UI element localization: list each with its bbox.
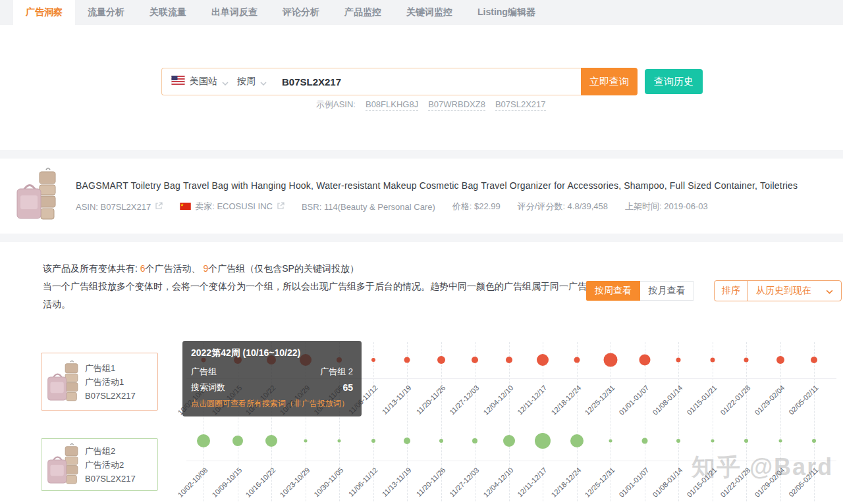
chart-bubble[interactable] [639, 355, 650, 366]
us-flag-icon [171, 76, 185, 88]
chart-bubble[interactable] [232, 436, 243, 446]
chevron-down-icon [222, 77, 229, 88]
product-price: 价格: $22.99 [452, 201, 501, 213]
external-link-icon[interactable] [277, 202, 285, 212]
tooltip-note: 点击圆圈可查看所有搜索词（非广告投放词） [191, 398, 353, 409]
ad-campaign-name: 广告活动1 [85, 375, 136, 389]
chart-bubble[interactable] [710, 358, 715, 363]
search-box: 美国站 按周 [161, 68, 581, 95]
chart-bubble[interactable] [711, 440, 714, 443]
chart-bubble[interactable] [811, 357, 817, 363]
product-listed-date: 上架时间: 2019-06-03 [625, 201, 708, 213]
chart-bubble[interactable] [641, 438, 647, 444]
search-section: 美国站 按周 立即查询 查询历史 示例ASIN: B08FLKHG8J B07W… [0, 25, 843, 150]
watermark: 知乎 @Bard [692, 451, 833, 484]
example-asin-label: 示例ASIN: [316, 99, 356, 111]
asin-input[interactable] [282, 76, 499, 88]
chart-bubble[interactable] [338, 440, 341, 443]
week-label: 11/20-11/26 [414, 384, 447, 416]
chart-bubble[interactable] [472, 438, 477, 443]
cn-flag-icon [180, 202, 191, 212]
chart-bubble[interactable] [265, 435, 277, 447]
chart-bubble[interactable] [812, 439, 816, 443]
ad-trend-chart: 10/02-10/0810/09-10/1510/16-10/2210/23-1… [0, 242, 843, 504]
week-label: 02/05-02/11 [787, 384, 819, 416]
query-button[interactable]: 立即查询 [581, 68, 638, 95]
product-rating: 评分/评分数: 4.8/39,458 [518, 201, 608, 213]
ad-group-name: 广告组1 [85, 361, 136, 375]
tab-traffic-analysis[interactable]: 流量分析 [75, 0, 137, 25]
history-button[interactable]: 查询历史 [645, 69, 703, 94]
chart-bubble[interactable] [506, 357, 512, 363]
period-select[interactable]: 按周 [237, 76, 271, 88]
chart-bubble[interactable] [404, 438, 410, 444]
chart-gridline [407, 342, 408, 501]
ad-group-card-2[interactable]: 广告组2 广告活动2 B07SL2X217 [41, 438, 158, 491]
tab-ad-insight[interactable]: 广告洞察 [13, 0, 75, 25]
tooltip-row-label: 搜索词数 [191, 380, 225, 395]
analysis-section: 该产品及所有变体共有: 6个广告活动、 9个广告组（仅包含SP的关键词投放） 当… [0, 242, 843, 504]
chart-bubble[interactable] [609, 440, 612, 443]
tab-order-word-lookup[interactable]: 出单词反查 [199, 0, 270, 25]
chart-bubble[interactable] [371, 358, 375, 362]
chart-bubble[interactable] [304, 440, 307, 443]
product-section: BAGSMART Toiletry Bag Travel Bag with Ha… [0, 159, 843, 234]
week-label: 11/27-12/03 [448, 384, 480, 416]
example-asin-link-2[interactable]: B07WRBDXZ8 [428, 99, 485, 111]
asin-value: ASIN: B07SL2X217 [76, 202, 151, 212]
chart-bubble[interactable] [371, 439, 375, 443]
chart-gridline [678, 342, 679, 501]
tab-keyword-monitor[interactable]: 关键词监控 [394, 0, 465, 25]
chart-gridline [509, 342, 510, 501]
week-label: 11/20-11/26 [414, 466, 447, 498]
chart-bubble[interactable] [676, 358, 681, 363]
example-asin-link-1[interactable]: B08FLKHG8J [366, 99, 418, 111]
chart-bubble[interactable] [744, 358, 749, 363]
chart-bubble[interactable] [676, 439, 680, 443]
chart-bubble[interactable] [439, 439, 443, 443]
site-select[interactable]: 美国站 [190, 76, 232, 88]
top-nav: 广告洞察 流量分析 关联流量 出单词反查 评论分析 产品监控 关键词监控 Lis… [0, 0, 843, 25]
chart-bubble[interactable] [604, 353, 618, 367]
chart-bubble[interactable] [537, 354, 549, 366]
tab-listing-editor[interactable]: Listing编辑器 [465, 0, 548, 25]
tab-review-analysis[interactable]: 评论分析 [270, 0, 332, 25]
chart-bubble[interactable] [570, 434, 584, 447]
chart-bubble[interactable] [404, 357, 410, 363]
ad-campaign-name: 广告活动2 [85, 458, 136, 472]
tooltip-row-value: 广告组 2 [320, 364, 353, 380]
chart-gridline [373, 342, 374, 501]
section-divider [0, 150, 843, 159]
section-divider [0, 234, 843, 242]
week-label: 11/27-12/03 [448, 466, 480, 498]
product-asin: ASIN: B07SL2X217 [76, 202, 163, 212]
chart-bubble[interactable] [535, 433, 551, 449]
chart-bubble[interactable] [472, 357, 478, 363]
ad-group-card-1[interactable]: 广告组1 广告活动1 B07SL2X217 [41, 353, 158, 411]
tab-product-monitor[interactable]: 产品监控 [332, 0, 394, 25]
week-label: 11/13-11/19 [381, 384, 413, 416]
product-image [47, 443, 80, 486]
chart-bubble[interactable] [437, 356, 445, 364]
product-seller: 卖家: ECOSUSI INC [180, 201, 285, 213]
external-link-icon[interactable] [155, 202, 163, 212]
chart-gridline [543, 342, 543, 501]
period-select-value: 按周 [237, 76, 256, 88]
chart-bubble[interactable] [503, 435, 515, 447]
chart-bubble[interactable] [744, 439, 748, 443]
site-select-value: 美国站 [190, 76, 217, 88]
chart-bubble[interactable] [776, 356, 784, 364]
week-label: 10/30-11/05 [312, 466, 344, 498]
chart-gridline [577, 342, 578, 501]
product-title: BAGSMART Toiletry Bag Travel Bag with Ha… [76, 180, 798, 191]
week-label: 11/06-11/12 [346, 466, 379, 498]
example-asin-link-3[interactable]: B07SL2X217 [495, 99, 546, 111]
week-label: 12/11-12/17 [516, 466, 548, 498]
ad-group-name: 广告组2 [85, 444, 136, 458]
product-bsr: BSR: 114(Beauty & Personal Care) [302, 202, 435, 212]
chart-bubble[interactable] [197, 434, 210, 447]
ad-group-asin: B07SL2X217 [85, 472, 136, 486]
chart-bubble[interactable] [778, 440, 782, 443]
chart-bubble[interactable] [574, 357, 580, 363]
tab-related-traffic[interactable]: 关联流量 [137, 0, 199, 25]
